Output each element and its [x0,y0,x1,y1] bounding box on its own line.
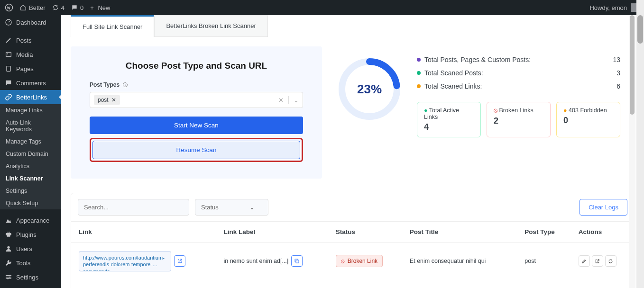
edit-action-icon[interactable] [579,255,590,267]
progress-donut: 23% [336,56,403,122]
svg-rect-6 [6,275,11,276]
col-label: Link Label [216,222,328,243]
status-badge: ⦸Broken Link [336,255,383,267]
site-name-text: Better [29,4,46,11]
resume-highlight: Resume Scan [90,138,303,162]
sidebar-sub-settings[interactable]: Settings [0,185,61,197]
post-title-text: Et enim consequatur nihil qui [402,243,517,280]
svg-rect-16 [296,260,299,263]
stat-box-broken: ⦸ Broken Links2 [487,102,551,137]
stat-box-active: ● Total Active Links4 [417,102,481,137]
sidebar-item-label: Appearance [16,217,49,224]
sidebar-item-pages[interactable]: Pages [0,62,61,76]
sidebar-item-label: Comments [16,80,46,87]
sidebar-sub-auto-link[interactable]: Auto-Link Keywords [0,117,61,135]
scan-panel: Choose Post Type and Scan URL Post Types… [71,46,322,179]
content-scrollbar[interactable] [629,15,635,288]
admin-sidebar: Dashboard Posts Media Pages Comments Bet… [0,15,61,288]
copy-label-icon[interactable] [291,255,303,267]
sidebar-item-label: Dashboard [16,19,46,26]
external-action-icon[interactable] [592,255,603,267]
refresh-action-icon[interactable] [605,255,616,267]
start-scan-button[interactable]: Start New Scan [90,117,303,134]
tab-full-scanner[interactable]: Full Site Link Scanner [71,15,154,37]
sidebar-item-label: Plugins [16,231,37,238]
col-type: Post Type [517,222,570,243]
sidebar-item-label: Posts [16,37,32,44]
sidebar-item-label: Tools [16,260,30,267]
sidebar-item-label: Settings [16,274,38,281]
col-actions: Actions [571,222,635,243]
comments-number: 0 [80,4,83,11]
svg-point-9 [7,275,8,276]
sidebar-item-users[interactable]: Users [0,242,61,256]
table-toolbar: Status⌄ Clear Logs [71,193,635,222]
info-icon [122,82,128,88]
sidebar-sub-manage-tags[interactable]: Manage Tags [0,135,61,148]
sidebar-item-plugins[interactable]: Plugins [0,227,61,242]
post-type-text: post [517,243,570,280]
stat-total-posts: Total Posts, Pages & Custom Posts:13 [417,56,620,63]
sidebar-item-betterlinks[interactable]: BetterLinks [0,90,61,104]
sidebar-item-posts[interactable]: Posts [0,33,61,47]
main-content: Full Site Link Scanner BetterLinks Broke… [61,15,644,288]
link-label-text: in nemo sunt enim ad[...] [223,258,288,264]
sidebar-item-label: Users [16,245,32,252]
chevron-down-icon[interactable]: ⌄ [294,97,299,104]
post-type-text: post [517,280,570,288]
sidebar-item-tools[interactable]: Tools [0,256,61,270]
results-table: Link Link Label Status Post Title Post T… [71,222,635,288]
sidebar-sub-manage-links[interactable]: Manage Links [0,104,61,117]
sidebar-sub-link-scanner[interactable]: Link Scanner [0,172,61,185]
open-link-icon[interactable] [174,255,185,267]
clear-all-icon[interactable]: ✕ [278,97,284,104]
sidebar-sub-quick-setup[interactable]: Quick Setup [0,197,61,209]
admin-topbar: Better 4 0 + New Howdy, emon [0,0,644,15]
chip-remove-icon[interactable]: ✕ [111,97,116,103]
sidebar-item-settings[interactable]: Settings [0,270,61,284]
stat-scanned-links: Total Scaned Links:6 [417,82,620,90]
post-type-chip: post ✕ [94,95,120,105]
search-input[interactable] [78,199,189,216]
sidebar-collapse[interactable]: Collapse menu [0,284,61,288]
svg-point-3 [7,54,8,54]
col-status: Status [328,222,402,243]
updates-count[interactable]: 4 [52,4,64,11]
window-scrollbar[interactable] [636,0,644,288]
resume-scan-button[interactable]: Resume Scan [92,141,300,159]
status-select[interactable]: Status⌄ [195,199,268,216]
stat-box-forbidden: ● 403 Forbidden0 [556,102,620,137]
clear-logs-button[interactable]: Clear Logs [580,199,627,216]
sidebar-item-media[interactable]: Media [0,47,61,62]
sidebar-item-label: Media [16,51,33,58]
account-menu[interactable]: Howdy, emon [589,3,639,12]
wp-logo-icon[interactable] [5,3,13,12]
svg-rect-4 [7,66,10,72]
new-label: New [98,4,110,11]
sidebar-item-label: Pages [16,65,34,72]
table-row: http://www.pouros.com/laudantium-perfere… [71,243,635,280]
comments-count[interactable]: 0 [71,4,83,11]
post-types-select[interactable]: post ✕ ✕⌄ [90,92,303,108]
sidebar-sub-custom-domain[interactable]: Custom Domain [0,148,61,160]
site-name[interactable]: Better [20,4,46,11]
svg-point-11 [7,278,9,279]
sidebar-item-appearance[interactable]: Appearance [0,213,61,227]
col-link: Link [71,222,216,243]
sidebar-item-comments[interactable]: Comments [0,76,61,90]
sidebar-item-label: BetterLinks [16,94,47,101]
sidebar-item-dashboard[interactable]: Dashboard [0,15,61,29]
svg-point-5 [7,246,9,249]
new-button[interactable]: + New [90,4,110,11]
table-row: https://wpdeveloper.com/plugins/essentia… [71,280,635,288]
svg-point-10 [9,277,10,278]
sidebar-sub-analytics[interactable]: Analytics [0,160,61,172]
updates-number: 4 [61,4,64,11]
post-types-label: Post Types [90,81,303,88]
svg-rect-2 [6,52,11,56]
post-title-text: WPDeveloper Affiliate Program [402,280,517,288]
progress-percent: 23% [336,56,403,122]
tab-broken-scanner[interactable]: BetterLinks Broken Link Scanner [154,15,267,37]
stats-panel: 23% Total Posts, Pages & Custom Posts:13… [322,46,635,179]
result-link[interactable]: http://www.pouros.com/laudantium-perfere… [79,251,171,271]
